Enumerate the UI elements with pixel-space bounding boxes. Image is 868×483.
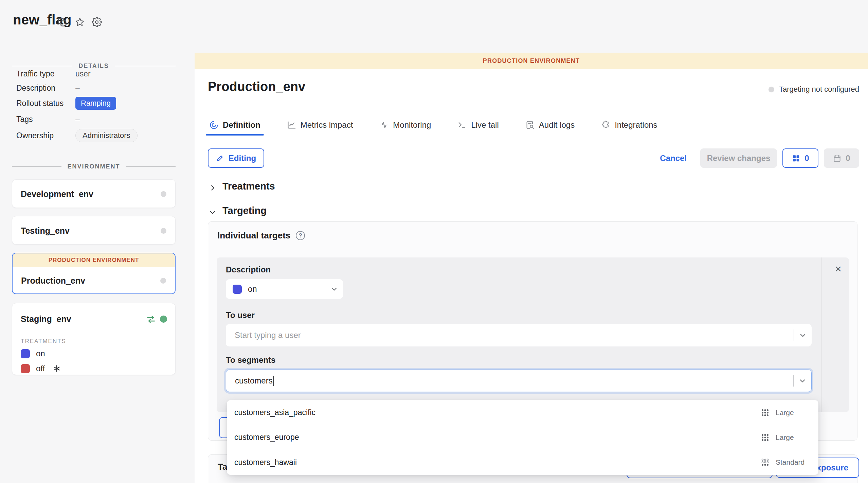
detail-row-description: Description – — [16, 84, 176, 93]
chevron-right-icon — [209, 183, 216, 190]
targeting-rules-title-fragment: Ta — [218, 462, 227, 472]
env-card-production[interactable]: PRODUCTION ENVIRONMENT Production_env — [12, 253, 176, 294]
env-status-dot — [161, 228, 166, 234]
sync-arrows-icon — [146, 314, 156, 324]
treatment-label: on — [36, 349, 45, 358]
tab-label: Live tail — [471, 120, 499, 130]
live-tail-icon — [457, 120, 467, 130]
to-segments-input[interactable]: customers — [226, 370, 812, 392]
editing-button[interactable]: Editing — [208, 148, 264, 168]
segment-option-asia-pacific[interactable]: customers_asia_pacific Large — [227, 400, 818, 425]
tab-definition[interactable]: Definition — [206, 115, 264, 135]
dots-grid-filled-icon — [760, 408, 770, 418]
grid-icon — [792, 154, 800, 163]
cancel-link[interactable]: Cancel — [660, 154, 687, 163]
chevron-down-icon[interactable] — [325, 285, 343, 293]
segment-name: customers_hawaii — [234, 458, 297, 467]
dots-grid-filled-icon — [760, 432, 770, 443]
treatment-select[interactable]: on — [226, 279, 343, 299]
detail-label: Ownership — [16, 131, 75, 140]
rollout-status-badge: Ramping — [75, 97, 116, 110]
default-treatment-asterisk-icon — [52, 364, 61, 373]
status-text: Targeting not configured — [779, 85, 859, 94]
status-dot — [768, 87, 774, 92]
changes-count-button[interactable]: 0 — [782, 148, 818, 168]
to-segments-label: To segments — [226, 355, 275, 365]
env-card-staging[interactable]: Staging_env TREATMENTS on off — [12, 303, 176, 375]
targeting-status: Targeting not configured — [768, 85, 859, 94]
description-label: Description — [226, 265, 271, 274]
detail-value: – — [75, 115, 80, 124]
gear-icon[interactable] — [92, 17, 102, 27]
detail-label: Tags — [16, 115, 75, 124]
treatment-on-swatch — [21, 349, 30, 358]
definition-icon — [209, 120, 219, 130]
target-rule-card: × Description on To user To segments cus… — [217, 257, 849, 412]
calendar-icon — [833, 154, 842, 163]
tab-audit-logs[interactable]: Audit logs — [522, 115, 578, 135]
env-card-development[interactable]: Development_env — [12, 179, 176, 208]
tab-live-tail[interactable]: Live tail — [454, 115, 502, 135]
rule-card-divider — [821, 257, 822, 412]
env-status-dot — [161, 191, 166, 197]
segment-option-hawaii[interactable]: customers_hawaii Standard — [227, 450, 818, 475]
dots-grid-outline-icon — [760, 457, 770, 467]
detail-label: Rollout status — [16, 99, 75, 108]
env-card-testing[interactable]: Testing_env — [12, 216, 176, 245]
close-icon[interactable]: × — [835, 263, 842, 274]
treatment-row-on: on — [21, 349, 45, 358]
chevron-down-icon — [209, 207, 216, 215]
integrations-icon — [601, 120, 611, 130]
to-user-input[interactable] — [226, 324, 812, 346]
to-user-field[interactable] — [226, 330, 794, 340]
chevron-down-icon[interactable] — [794, 331, 812, 339]
treatments-section-toggle[interactable]: Treatments — [209, 181, 275, 192]
treatment-on-swatch — [233, 285, 242, 294]
star-icon[interactable] — [75, 17, 85, 27]
text-caret — [273, 376, 274, 386]
scheduled-count-button[interactable]: 0 — [824, 148, 859, 168]
detail-row-rollout-status: Rollout status Ramping — [16, 96, 176, 110]
detail-row-traffic-type: Traffic type user — [16, 69, 176, 78]
chevron-down-icon[interactable] — [794, 377, 811, 385]
env-name: Development_env — [21, 189, 93, 199]
tab-bar: Definition Metrics impact Monitoring Liv… — [206, 115, 661, 135]
treatment-label: off — [36, 364, 45, 373]
ownership-pill[interactable]: Administrators — [75, 129, 138, 142]
copy-icon[interactable] — [57, 17, 67, 27]
tab-label: Definition — [223, 120, 260, 130]
exposure-button-label-fragment: xposure — [817, 463, 848, 472]
segment-option-europe[interactable]: customers_europe Large — [227, 425, 818, 450]
toolbar-right: Cancel Review changes 0 0 — [660, 148, 859, 168]
section-title: Treatments — [222, 181, 275, 192]
pencil-icon — [216, 154, 224, 162]
treatment-off-swatch — [21, 364, 30, 373]
treatment-row-off: off — [21, 364, 61, 373]
audit-logs-icon — [525, 120, 535, 130]
env-status-dot — [160, 278, 166, 284]
tab-integrations[interactable]: Integrations — [598, 115, 661, 135]
tab-metrics-impact[interactable]: Metrics impact — [284, 115, 357, 135]
details-section-heading: DETAILS — [12, 62, 176, 70]
monitoring-icon — [379, 120, 389, 130]
env-name: Staging_env — [21, 314, 71, 324]
tab-monitoring[interactable]: Monitoring — [376, 115, 434, 135]
detail-row-ownership: Ownership Administrators — [16, 128, 176, 143]
environment-title: Production_env — [208, 79, 305, 94]
treatment-select-value: on — [248, 284, 325, 294]
production-environment-banner: PRODUCTION ENVIRONMENT — [13, 253, 175, 267]
environment-section-heading: ENVIRONMENT — [12, 163, 176, 170]
tab-label: Metrics impact — [301, 120, 353, 130]
review-changes-button[interactable]: Review changes — [700, 148, 777, 168]
help-icon[interactable]: ? — [296, 231, 305, 240]
tab-label: Monitoring — [393, 120, 431, 130]
detail-value: – — [75, 84, 80, 93]
segment-size: Standard — [776, 458, 807, 466]
production-environment-banner-main: PRODUCTION ENVIRONMENT — [195, 53, 868, 69]
tab-label: Audit logs — [539, 120, 575, 130]
segment-size: Large — [776, 409, 807, 417]
targeting-section-toggle[interactable]: Targeting — [209, 205, 267, 216]
detail-row-tags: Tags – — [16, 115, 176, 124]
segment-size: Large — [776, 433, 807, 442]
segment-name: customers_asia_pacific — [234, 408, 315, 417]
